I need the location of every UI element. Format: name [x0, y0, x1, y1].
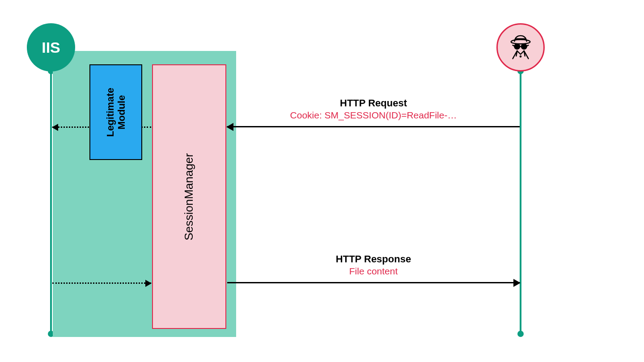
iis-lifeline — [50, 71, 52, 334]
svg-point-7 — [520, 56, 521, 57]
iis-actor: IIS — [27, 23, 75, 72]
attacker-actor — [496, 23, 545, 72]
svg-point-2 — [514, 44, 520, 49]
sequence-diagram: IIS — [0, 0, 644, 362]
session-manager-label: SessionManager — [182, 153, 196, 240]
attacker-lifeline — [520, 71, 521, 334]
arrow-head-left — [52, 124, 58, 131]
lifeline-dot — [517, 331, 524, 337]
spy-icon — [507, 34, 534, 61]
svg-point-3 — [521, 44, 527, 49]
http-request-arrow — [227, 126, 520, 127]
http-response-detail: File content — [227, 266, 520, 277]
arrow-head-right — [145, 280, 152, 287]
http-response-arrow — [227, 282, 520, 283]
svg-point-0 — [511, 40, 530, 44]
http-response-title: HTTP Response — [227, 253, 520, 265]
http-request-title: HTTP Request — [227, 97, 520, 109]
legitimate-module-box: Legitimate Module — [89, 64, 142, 160]
http-request-detail: Cookie: SM_SESSION(ID)=ReadFile-… — [227, 110, 520, 121]
legitimate-module-label: Legitimate Module — [105, 88, 127, 137]
arrow-head-right — [513, 279, 521, 287]
iis-label: IIS — [42, 39, 60, 56]
arrow-head-left — [226, 123, 233, 131]
internal-arrow-response — [52, 282, 151, 284]
session-manager-box: SessionManager — [152, 64, 226, 329]
